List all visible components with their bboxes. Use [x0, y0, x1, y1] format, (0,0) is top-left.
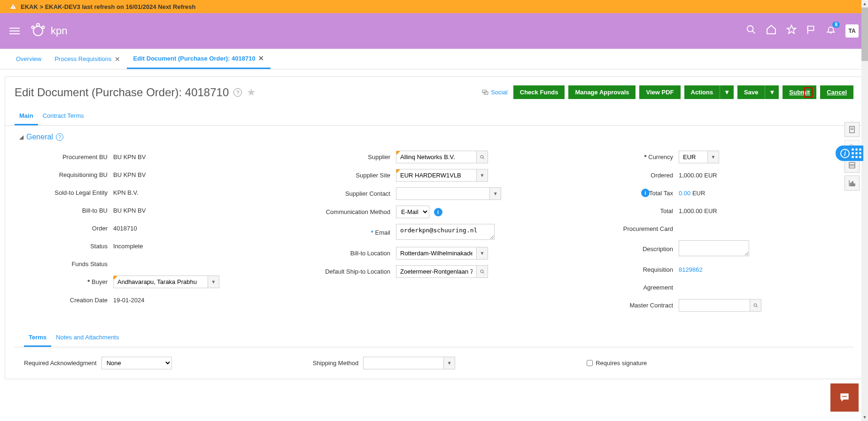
ship-to-location-input[interactable] [396, 266, 476, 277]
email-input[interactable]: orderkpn@schuuring.nl [396, 224, 495, 240]
total-label: Total [585, 207, 679, 214]
chevron-down-icon[interactable]: ▼ [208, 276, 219, 288]
tab-process-requisitions[interactable]: Process Requisitions ✕ [48, 49, 126, 69]
chevron-down-icon[interactable]: ▼ [476, 247, 488, 259]
shipping-method-label: Shipping Method [313, 360, 359, 367]
funds-status-label: Funds Status [19, 260, 113, 268]
bill-to-bu-label: Bill-to BU [19, 207, 113, 214]
sub-tab-contract-terms[interactable]: Contract Terms [38, 107, 89, 125]
chevron-down-icon[interactable]: ▼ [489, 188, 501, 199]
home-icon[interactable] [766, 24, 777, 38]
chevron-down-icon[interactable]: ▼ [443, 357, 455, 369]
tab-edit-document[interactable]: Edit Document (Purchase Order): 4018710 … [127, 49, 271, 69]
favorite-star-icon[interactable]: ★ [247, 86, 256, 99]
terms-section: Required Acknowledgment None Shipping Me… [5, 347, 863, 379]
description-input[interactable] [679, 240, 749, 256]
search-icon[interactable] [476, 151, 488, 163]
env-warning-bar: ! EKAK > EKAK-DEV3 last refresh on 16/01… [0, 0, 868, 13]
bill-to-location-input[interactable] [396, 247, 476, 259]
page-scrollbar[interactable]: ▲ ▼ [861, 0, 868, 386]
info-help-pill[interactable]: i [836, 145, 863, 161]
check-funds-button[interactable]: Check Funds [513, 85, 565, 99]
requires-signature-label: Requires signature [596, 360, 647, 367]
supplier-contact-combo[interactable]: ▼ [396, 187, 501, 200]
flag-icon[interactable] [806, 24, 816, 38]
currency-label: * Currency [585, 153, 679, 161]
tab-notes-attachments[interactable]: Notes and Attachments [51, 329, 124, 347]
tab-edit-document-label: Edit Document (Purchase Order): 4018710 [133, 55, 256, 62]
chevron-down-icon: ▼ [720, 85, 734, 99]
close-icon[interactable]: ✕ [115, 55, 120, 63]
svg-point-2 [37, 23, 39, 26]
master-contract-label: Master Contract [585, 302, 679, 309]
search-icon[interactable] [746, 24, 756, 38]
info-icon[interactable]: i [434, 208, 442, 216]
collapse-icon: ◢ [19, 134, 23, 140]
submit-button[interactable]: Submit [783, 85, 816, 99]
env-warning-text: EKAK > EKAK-DEV3 last refresh on 16/01/2… [21, 3, 195, 10]
general-section-header[interactable]: ◢ General ? [19, 133, 849, 141]
master-contract-input[interactable] [679, 299, 750, 311]
star-icon[interactable] [786, 24, 797, 38]
bill-to-location-label: Bill-to Location [302, 250, 396, 257]
view-pdf-button[interactable]: View PDF [639, 85, 680, 99]
supplier-site-combo[interactable]: ▼ [396, 169, 488, 182]
email-label: * Email [302, 229, 396, 236]
buyer-input[interactable] [114, 276, 208, 288]
currency-combo[interactable]: ▼ [679, 151, 719, 163]
svg-rect-30 [854, 184, 855, 186]
social-link[interactable]: Social [481, 89, 507, 96]
buyer-combo[interactable]: ▼ [113, 276, 219, 288]
manage-approvals-button[interactable]: Manage Approvals [568, 85, 636, 99]
save-dropdown-caret[interactable]: ▼ [765, 85, 779, 99]
logo[interactable]: kpn [29, 23, 67, 39]
chevron-down-icon[interactable]: ▼ [707, 151, 719, 163]
actions-dropdown[interactable]: Actions ▼ [684, 85, 734, 99]
shipping-method-combo[interactable]: ▼ [363, 357, 455, 369]
supplier-site-input[interactable] [396, 169, 476, 181]
info-icon[interactable]: i [641, 189, 650, 197]
document-icon[interactable] [845, 122, 860, 137]
requisition-link[interactable]: 8129862 [679, 266, 703, 273]
ordered-label: Ordered [585, 172, 679, 179]
cancel-button[interactable]: Cancel [820, 85, 853, 99]
ship-to-location-combo[interactable] [396, 265, 488, 278]
master-contract-combo[interactable] [679, 299, 761, 312]
save-button[interactable]: Save [737, 85, 765, 99]
chevron-down-icon[interactable]: ▼ [476, 169, 488, 181]
status-value: Incomplete [113, 243, 283, 250]
bell-icon[interactable]: 8 [826, 24, 836, 38]
search-icon[interactable] [476, 266, 488, 277]
chart-panel-icon[interactable] [845, 176, 860, 191]
help-icon[interactable]: ? [233, 88, 242, 97]
supplier-input[interactable] [396, 151, 476, 163]
requisition-label: Requisition [585, 266, 679, 273]
chat-button[interactable] [830, 383, 859, 386]
status-label: Status [19, 243, 113, 250]
tab-terms[interactable]: Terms [24, 329, 51, 347]
supplier-combo[interactable] [396, 151, 488, 163]
supplier-site-label: Supplier Site [302, 172, 396, 179]
nav-menu-button[interactable] [9, 28, 20, 34]
terms-tabs: Terms Notes and Attachments [15, 329, 853, 347]
order-label: Order [19, 225, 113, 232]
page-header: Edit Document (Purchase Order): 4018710 … [5, 77, 863, 107]
search-icon[interactable] [750, 299, 761, 311]
svg-point-3 [32, 26, 34, 29]
bill-to-location-combo[interactable]: ▼ [396, 247, 488, 260]
currency-input[interactable] [679, 151, 707, 163]
requisitioning-bu-value: BU KPN BV [113, 171, 283, 178]
sub-tab-main[interactable]: Main [15, 107, 38, 125]
svg-rect-7 [808, 26, 814, 31]
tab-overview[interactable]: Overview [9, 49, 48, 69]
help-icon[interactable]: ? [56, 133, 63, 141]
shipping-method-input[interactable] [364, 357, 443, 369]
comm-method-select[interactable]: E-Mail [396, 206, 429, 218]
requires-signature-checkbox[interactable] [587, 360, 593, 366]
svg-line-6 [752, 31, 755, 34]
req-ack-select[interactable]: None [101, 357, 172, 369]
supplier-contact-input[interactable] [396, 188, 489, 199]
user-avatar[interactable]: TA [845, 24, 859, 38]
close-icon[interactable]: ✕ [258, 54, 264, 62]
tab-process-requisitions-label: Process Requisitions [54, 55, 111, 62]
